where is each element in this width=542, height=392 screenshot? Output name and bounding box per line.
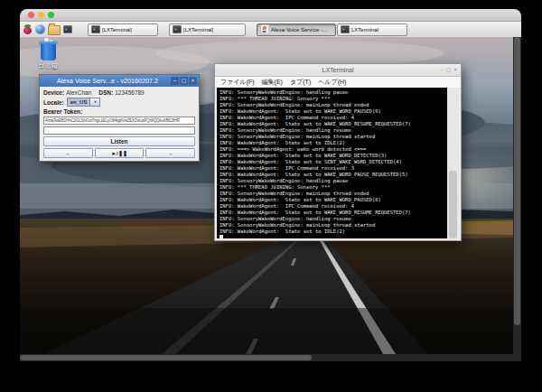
alexa-body: Device: AlexChan DSN: 123456789 Locale: … <box>40 87 199 158</box>
locale-select[interactable]: en_US ▼ <box>67 98 101 107</box>
trash-icon <box>41 43 56 61</box>
terminal-line: INFO: WakeWordAgent: IPC Command receive… <box>220 115 447 121</box>
terminal-line: INFO: WakeWordAgent: State set to WAKE_W… <box>220 172 447 178</box>
terminal-icon <box>173 25 182 33</box>
terminal-line: INFO: WakeWordAgent: State set to WAKE_W… <box>220 197 447 203</box>
terminal-scrollbar[interactable] <box>447 88 459 238</box>
locale-value: en_US <box>67 98 91 107</box>
web-browser-icon[interactable] <box>35 24 45 34</box>
horizontal-scrollbar[interactable] <box>20 354 521 361</box>
terminal-line: INFO: SensoryWakeWordEngine: handling pa… <box>220 178 447 184</box>
close-icon[interactable]: × <box>189 77 197 85</box>
vertical-scrollbar[interactable] <box>513 37 521 354</box>
java-icon <box>260 24 269 34</box>
terminal-window-title: LXTerminal <box>322 67 353 73</box>
trash-desktop-icon[interactable]: ゴミ箱 <box>33 40 63 70</box>
taskbar: [LXTerminal] [LXTerminal] Alexa Voice Se… <box>20 22 521 38</box>
vertical-scrollbar-thumb[interactable] <box>514 37 520 325</box>
close-traffic-light-icon[interactable] <box>28 12 34 18</box>
terminal-line: INFO: SensoryWakeWordEngine: handling re… <box>220 216 447 222</box>
next-button[interactable]: → <box>145 148 195 158</box>
zoom-traffic-light-icon[interactable] <box>48 12 54 18</box>
lxterminal-window: LXTerminal – ▢ × ファイル(F) 編集(E) タブ(T) <box>214 63 462 241</box>
terminal-cursor <box>220 235 223 238</box>
terminal-launcher-icon[interactable] <box>63 25 72 33</box>
terminal-scrollbar-thumb[interactable] <box>449 171 457 238</box>
taskbar-button-label: [LXTerminal] <box>102 27 132 33</box>
previous-button[interactable]: ← <box>43 148 93 158</box>
device-label: Device: <box>43 89 64 96</box>
minimize-traffic-light-icon[interactable] <box>38 12 44 18</box>
taskbar-button-label: [LXTerminal] <box>183 27 213 33</box>
locale-label: Locale: <box>43 99 64 106</box>
dsn-value: 123456789 <box>115 89 145 96</box>
terminal-line: INFO: SensoryWakeWordEngine: mainLoop th… <box>220 134 447 140</box>
desktop: ゴミ箱 Alexa Voice Serv...e - v20160207.2 –… <box>20 37 513 354</box>
taskbar-window-button[interactable]: LXTerminal <box>337 23 407 36</box>
device-value: AlexChan <box>66 89 91 96</box>
terminal-line: INFO: WakeWordAgent: IPC Command receive… <box>220 203 447 210</box>
minimize-icon[interactable]: – <box>171 77 179 85</box>
alexa-window-title: Alexa Voice Serv...e - v20160207.2 <box>45 78 170 84</box>
file-manager-icon[interactable] <box>48 25 61 35</box>
taskbar-button-label: LXTerminal <box>351 27 378 33</box>
taskbar-window-button[interactable]: [LXTerminal] <box>88 23 158 36</box>
menu-item[interactable]: ファイル(F) <box>220 78 255 87</box>
trash-label: ゴミ箱 <box>33 61 63 70</box>
terminal-line: INFO: *** THREAD JOINING: Sensory *** <box>220 96 447 102</box>
terminal-line: INFO: ===> WakeWordAgent: wake word dete… <box>220 146 447 153</box>
terminal-line: INFO: WakeWordAgent: State set to WAKE_W… <box>220 108 447 115</box>
taskbar-window-button[interactable]: Alexa Voice Service -... <box>257 23 336 36</box>
menu-item[interactable]: タブ(T) <box>290 78 311 87</box>
media-button-row: ← ►/❚❚ → <box>43 148 195 158</box>
terminal-line: INFO: WakeWordAgent: IPC Command receive… <box>220 165 447 172</box>
maximize-icon[interactable]: ▢ <box>446 64 452 76</box>
play-pause-button[interactable]: ►/❚❚ <box>95 148 145 158</box>
terminal-line: INFO: WakeWordAgent: State set to WAKE_W… <box>220 153 447 159</box>
chevron-down-icon: ▼ <box>90 98 100 107</box>
alexa-titlebar[interactable]: Alexa Voice Serv...e - v20160207.2 – ▢ × <box>40 75 199 87</box>
alexa-app-window: Alexa Voice Serv...e - v20160207.2 – ▢ ×… <box>39 74 200 162</box>
terminal-line: INFO: SensoryWakeWordEngine: handling pa… <box>220 89 447 96</box>
host-vm-window: [LXTerminal] [LXTerminal] Alexa Voice Se… <box>20 9 521 361</box>
raspberry-menu-icon[interactable] <box>23 24 33 34</box>
terminal-line: INFO: WakeWordAgent: State set to WAKE_W… <box>220 210 447 216</box>
menu-item[interactable]: 編集(E) <box>262 78 283 87</box>
bearer-token-input[interactable]: Atza|3wEBDHnC2GLSNOuiTngL1ELyC6f4tgbVwZE… <box>43 117 195 125</box>
terminal-titlebar[interactable]: LXTerminal – ▢ × <box>215 64 461 77</box>
terminal-line: INFO: SensoryWakeWordEngine: mainLoop th… <box>220 191 447 197</box>
dsn-label: DSN: <box>98 89 113 96</box>
terminal-icon <box>341 25 350 33</box>
maximize-icon[interactable]: ▢ <box>180 77 188 85</box>
terminal-icon <box>91 25 100 33</box>
terminal-output[interactable]: INFO: SensoryWakeWordEngine: handling pa… <box>217 88 447 238</box>
terminal-line: INFO: SensoryWakeWordEngine: mainLoop th… <box>220 102 447 108</box>
terminal-line: INFO: WakeWordAgent: State set to SENT_W… <box>220 159 447 165</box>
horizontal-scrollbar-thumb[interactable] <box>20 355 312 360</box>
minimize-icon[interactable]: – <box>440 64 443 76</box>
terminal-window-controls: – ▢ × <box>440 64 457 76</box>
listen-button[interactable]: Listen <box>43 136 195 146</box>
terminal-line: INFO: WakeWordAgent: State set to IDLE(2… <box>220 140 447 146</box>
taskbar-button-label: Alexa Voice Service -... <box>271 27 327 33</box>
terminal-line: INFO: *** THREAD JOINING: Sensory *** <box>220 184 447 191</box>
screen: [LXTerminal] [LXTerminal] Alexa Voice Se… <box>0 0 542 392</box>
terminal-line: INFO: WakeWordAgent: State set to IDLE(2… <box>220 229 447 235</box>
task-button-list: [LXTerminal] [LXTerminal] Alexa Voice Se… <box>88 22 418 37</box>
host-titlebar[interactable] <box>20 9 521 22</box>
menu-item[interactable]: ヘルプ(H) <box>318 78 346 87</box>
taskbar-window-button[interactable]: [LXTerminal] <box>169 23 246 36</box>
terminal-line: INFO: WakeWordAgent: State set to WAKE_W… <box>220 121 447 127</box>
secondary-text-input[interactable] <box>43 126 195 135</box>
terminal-line: INFO: SensoryWakeWordEngine: handling re… <box>220 127 447 134</box>
bearer-token-label: Bearer Token: <box>43 108 195 115</box>
terminal-line: INFO: SensoryWakeWordEngine: mainLoop th… <box>220 222 447 229</box>
close-icon[interactable]: × <box>453 64 457 76</box>
